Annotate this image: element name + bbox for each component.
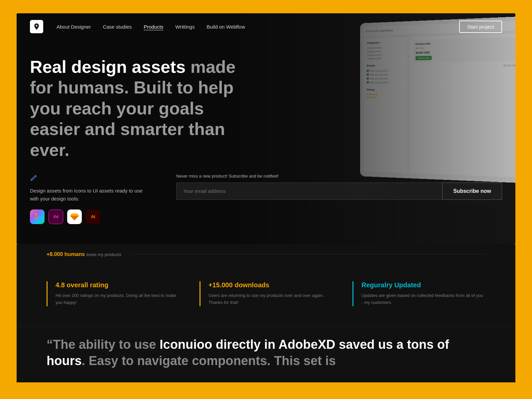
- stats-bar-highlight: +8.000 humans: [47, 251, 85, 257]
- nav-case-studies[interactable]: Case studies: [103, 24, 132, 30]
- hero-left-col: Design assets from Icons to UI assets re…: [30, 174, 143, 224]
- nav-writtings[interactable]: Writtings: [175, 24, 195, 30]
- pencil-svg: [30, 174, 38, 182]
- stat-title-rating: 4.8 overall rating: [56, 281, 180, 289]
- stats-section: 4.8 overall rating Hit over 200 ratings …: [17, 265, 515, 326]
- testimonial-section: “The ability to use Iconuioo directly in…: [17, 326, 515, 383]
- stats-bar: +8.000 humans loves my products: [17, 244, 515, 265]
- stat-card-rating: 4.8 overall rating Hit over 200 ratings …: [47, 281, 180, 306]
- testimonial-text: “The ability to use Iconuioo directly in…: [47, 336, 485, 369]
- ai-label: Ai: [91, 214, 95, 219]
- pencil-icon: [30, 174, 143, 183]
- svg-point-0: [36, 25, 38, 27]
- nav-about[interactable]: About Designer: [57, 24, 91, 30]
- hero-headline: Real design assets made for humans. Buil…: [30, 57, 256, 160]
- logo-icon: [33, 23, 40, 30]
- stats-bar-text: +8.000 humans loves my products: [47, 251, 121, 257]
- nav-webflow[interactable]: Build on Webflow: [206, 24, 245, 30]
- hero-left-text: Design assets from Icons to UI assets re…: [30, 187, 143, 203]
- stat-desc-rating: Hit over 200 ratings on my products. Doi…: [56, 292, 180, 306]
- ai-icon: Ai: [86, 209, 100, 224]
- hero-content: Real design assets made for humans. Buil…: [17, 40, 515, 244]
- testimonial-post: . Easy to navigate components. This set …: [82, 354, 336, 368]
- tool-icons: Xd Ai: [30, 209, 143, 224]
- stat-desc-updated: Updates are given based on collected fee…: [361, 292, 485, 306]
- figma-icon: [30, 209, 45, 224]
- hero-right-col: Never miss a new product! Subscribe and …: [176, 174, 502, 200]
- headline-bold: Real design assets: [30, 57, 186, 76]
- stat-desc-downloads: Users are returning to use my products o…: [208, 292, 332, 306]
- navbar: About Designer Case studies Products Wri…: [17, 13, 515, 40]
- figma-svg: [34, 213, 41, 220]
- subscribe-form: Subscribe now: [176, 183, 502, 200]
- testimonial-pre: “The ability to use: [47, 337, 160, 351]
- stats-bar-divider: [132, 254, 485, 254]
- subscribe-label: Never miss a new product! Subscribe and …: [176, 174, 502, 179]
- outer-wrapper: Fruit and vegetables Categories Category…: [0, 0, 532, 396]
- start-project-button[interactable]: Start project: [459, 21, 502, 33]
- stat-title-updated: Reguralry Updated: [361, 281, 485, 289]
- nav-links: About Designer Case studies Products Wri…: [57, 24, 446, 30]
- stats-bar-desc: loves my products: [86, 252, 121, 257]
- stat-card-updated: Reguralry Updated Updates are given base…: [352, 281, 485, 306]
- sketch-svg: [70, 213, 79, 221]
- email-input[interactable]: [176, 183, 442, 200]
- sketch-icon: [67, 209, 82, 224]
- stat-title-downloads: +15.000 downloads: [208, 281, 332, 289]
- nav-products[interactable]: Products: [144, 24, 163, 30]
- stat-card-downloads: +15.000 downloads Users are returning to…: [200, 281, 332, 306]
- nav-logo[interactable]: [30, 20, 43, 33]
- hero-sub-section: Design assets from Icons to UI assets re…: [30, 174, 502, 224]
- hero-section: Fruit and vegetables Categories Category…: [17, 13, 515, 244]
- subscribe-button[interactable]: Subscribe now: [442, 183, 502, 200]
- xd-label: Xd: [53, 214, 59, 219]
- xd-icon: Xd: [49, 209, 63, 224]
